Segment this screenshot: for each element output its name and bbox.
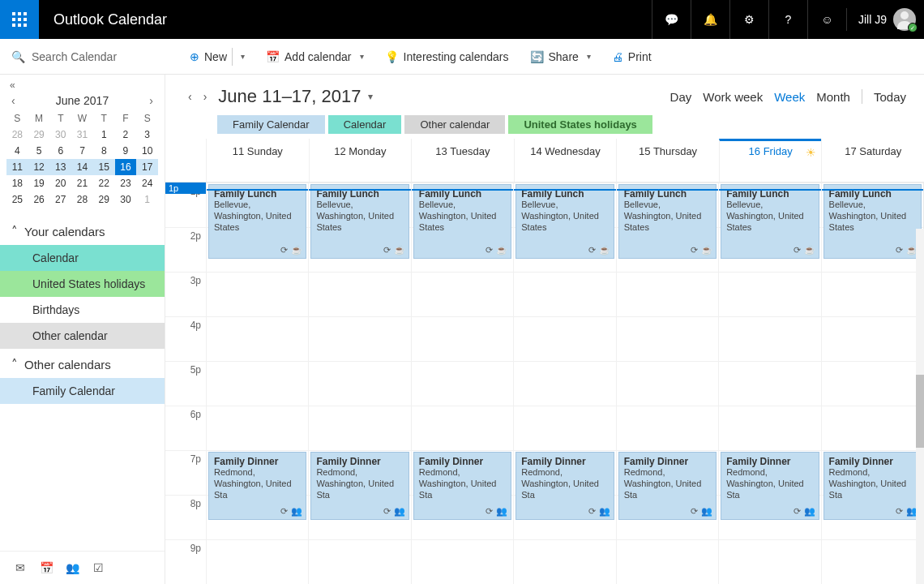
- mini-cal-next-button[interactable]: ›: [149, 94, 153, 107]
- day-header[interactable]: 17 Saturday: [821, 139, 924, 182]
- calendar-event[interactable]: Family DinnerRedmond, Washington, United…: [413, 452, 511, 520]
- chevron-down-icon[interactable]: ▾: [587, 52, 591, 61]
- mini-cal-day[interactable]: 16: [115, 159, 137, 175]
- mini-cal-day[interactable]: 28: [6, 127, 28, 143]
- day-column[interactable]: Family LunchBellevue, Washington, United…: [718, 182, 820, 584]
- calendar-tab[interactable]: United States holidays: [508, 115, 652, 134]
- mini-cal-day[interactable]: 15: [93, 159, 115, 175]
- range-prev-button[interactable]: ‹: [188, 90, 192, 103]
- mini-cal-day[interactable]: 25: [6, 191, 28, 208]
- add-calendar-button[interactable]: 📅 Add calendar ▾: [266, 50, 364, 63]
- mini-cal-day[interactable]: 26: [28, 191, 50, 208]
- day-header[interactable]: 16 Friday☀: [719, 139, 822, 182]
- mini-cal-day[interactable]: 14: [71, 159, 93, 175]
- range-next-button[interactable]: ›: [203, 90, 207, 103]
- mini-cal-day[interactable]: 9: [115, 143, 137, 159]
- mini-cal-day[interactable]: 2: [115, 127, 137, 143]
- calendar-event[interactable]: Family LunchBellevue, Washington, United…: [515, 184, 614, 259]
- mini-cal-day[interactable]: 18: [6, 175, 28, 191]
- calendar-tab[interactable]: Calendar: [328, 115, 402, 134]
- day-column[interactable]: Family LunchBellevue, Washington, United…: [513, 182, 615, 584]
- day-header[interactable]: 14 Wednesday: [514, 139, 617, 182]
- print-button[interactable]: 🖨 Print: [612, 50, 652, 63]
- calendar-event[interactable]: Family LunchBellevue, Washington, United…: [721, 184, 819, 259]
- view-day[interactable]: Day: [670, 90, 692, 104]
- calendar-tab[interactable]: Family Calendar: [217, 115, 325, 134]
- your-calendars-header[interactable]: ˄ Your calendars: [0, 216, 165, 245]
- chat-button[interactable]: 💬: [652, 0, 691, 39]
- mini-cal-day[interactable]: 4: [6, 143, 28, 159]
- mini-cal-day[interactable]: 27: [49, 191, 71, 208]
- mini-cal-day[interactable]: 29: [28, 127, 50, 143]
- your-calendar-item[interactable]: Birthdays: [0, 297, 165, 323]
- calendar-tab[interactable]: Other calendar: [404, 115, 505, 134]
- mini-cal-day[interactable]: 29: [93, 191, 115, 208]
- mini-cal-day[interactable]: 1: [136, 191, 158, 208]
- mini-cal-day[interactable]: 1: [93, 127, 115, 143]
- new-button[interactable]: ⊕ New ▾: [190, 48, 245, 66]
- day-header[interactable]: 13 Tuesday: [411, 139, 514, 182]
- calendar-event[interactable]: Family LunchBellevue, Washington, United…: [310, 184, 409, 259]
- feedback-button[interactable]: ☺: [807, 0, 846, 39]
- your-calendar-item[interactable]: Other calendar: [0, 323, 165, 349]
- calendar-event[interactable]: Family LunchBellevue, Washington, United…: [413, 184, 511, 259]
- mini-cal-day[interactable]: 11: [6, 159, 28, 175]
- other-calendars-header[interactable]: ˄ Other calendars: [0, 349, 165, 378]
- settings-button[interactable]: ⚙: [729, 0, 768, 39]
- mini-cal-day[interactable]: 12: [28, 159, 50, 175]
- mail-module-button[interactable]: ✉: [11, 561, 29, 574]
- view-work-week[interactable]: Work week: [703, 90, 763, 104]
- day-column[interactable]: Family LunchBellevue, Washington, United…: [206, 182, 308, 584]
- view-today[interactable]: Today: [874, 90, 906, 104]
- calendar-event[interactable]: Family LunchBellevue, Washington, United…: [618, 184, 717, 259]
- tasks-module-button[interactable]: ☑: [89, 561, 107, 574]
- user-chip[interactable]: Jill J9: [846, 8, 924, 31]
- view-week[interactable]: Week: [774, 90, 805, 104]
- interesting-calendars-button[interactable]: 💡 Interesting calendars: [385, 50, 509, 63]
- people-module-button[interactable]: 👥: [63, 561, 81, 574]
- calendar-module-button[interactable]: 📅: [37, 561, 55, 574]
- day-column[interactable]: Family LunchBellevue, Washington, United…: [616, 182, 718, 584]
- mini-cal-day[interactable]: 17: [136, 159, 158, 175]
- sidebar-collapse-button[interactable]: «: [0, 75, 165, 91]
- mini-cal-day[interactable]: 6: [49, 143, 71, 159]
- app-launcher-button[interactable]: [0, 0, 39, 39]
- mini-cal-day[interactable]: 24: [136, 175, 158, 191]
- your-calendar-item[interactable]: United States holidays: [0, 271, 165, 297]
- mini-cal-day[interactable]: 21: [71, 175, 93, 191]
- mini-cal-day[interactable]: 3: [136, 127, 158, 143]
- calendar-event[interactable]: Family DinnerRedmond, Washington, United…: [823, 452, 922, 520]
- chevron-down-icon[interactable]: ▾: [360, 52, 364, 61]
- chevron-down-icon[interactable]: ▾: [241, 52, 245, 61]
- mini-cal-day[interactable]: 20: [49, 175, 71, 191]
- calendar-event[interactable]: Family DinnerRedmond, Washington, United…: [310, 452, 409, 520]
- day-header[interactable]: 15 Thursday: [616, 139, 719, 182]
- calendar-event[interactable]: Family LunchBellevue, Washington, United…: [823, 184, 922, 259]
- mini-cal-day[interactable]: 30: [115, 191, 137, 208]
- mini-cal-day[interactable]: 5: [28, 143, 50, 159]
- mini-cal-day[interactable]: 8: [93, 143, 115, 159]
- other-calendar-item[interactable]: Family Calendar: [0, 378, 165, 404]
- mini-cal-day[interactable]: 13: [49, 159, 71, 175]
- calendar-event[interactable]: Family LunchBellevue, Washington, United…: [208, 184, 306, 259]
- day-column[interactable]: Family LunchBellevue, Washington, United…: [308, 182, 410, 584]
- range-title[interactable]: June 11–17, 2017 ▾: [218, 86, 372, 107]
- day-column[interactable]: Family LunchBellevue, Washington, United…: [411, 182, 513, 584]
- mini-cal-day[interactable]: 7: [71, 143, 93, 159]
- your-calendar-item[interactable]: Calendar: [0, 245, 165, 271]
- search-input[interactable]: 🔍 Search Calendar: [0, 50, 165, 63]
- mini-cal-day[interactable]: 23: [115, 175, 137, 191]
- day-header[interactable]: 12 Monday: [309, 139, 412, 182]
- notifications-button[interactable]: 🔔: [691, 0, 729, 39]
- scrollbar-thumb[interactable]: [916, 375, 924, 448]
- view-month[interactable]: Month: [816, 90, 850, 104]
- mini-cal-day[interactable]: 31: [71, 127, 93, 143]
- mini-cal-day[interactable]: 28: [71, 191, 93, 208]
- calendar-event[interactable]: Family DinnerRedmond, Washington, United…: [721, 452, 819, 520]
- share-button[interactable]: 🔄 Share ▾: [530, 50, 591, 63]
- calendar-event[interactable]: Family DinnerRedmond, Washington, United…: [618, 452, 717, 520]
- calendar-event[interactable]: Family DinnerRedmond, Washington, United…: [515, 452, 614, 520]
- mini-cal-day[interactable]: 30: [49, 127, 71, 143]
- help-button[interactable]: ?: [768, 0, 807, 39]
- day-column[interactable]: Family LunchBellevue, Washington, United…: [821, 182, 923, 584]
